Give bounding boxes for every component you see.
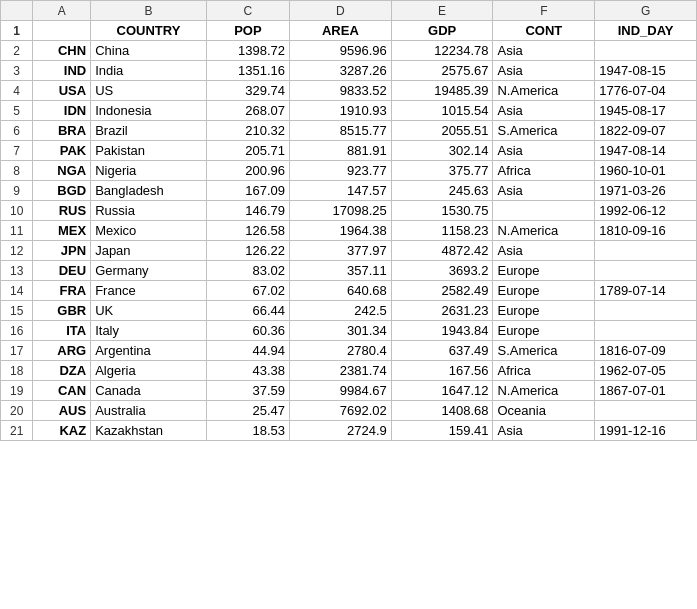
header-col-d: AREA	[290, 21, 392, 41]
cell-cont: Africa	[493, 361, 595, 381]
cell-area: 2724.9	[290, 421, 392, 441]
col-letter-b: B	[91, 1, 207, 21]
cell-cont	[493, 201, 595, 221]
cell-cont: Asia	[493, 41, 595, 61]
cell-indday: 1776-07-04	[595, 81, 697, 101]
table-row: 14FRAFrance67.02640.682582.49Europe1789-…	[1, 281, 697, 301]
corner-cell	[1, 1, 33, 21]
table-row: 13DEUGermany83.02357.113693.2Europe	[1, 261, 697, 281]
cell-indday: 1962-07-05	[595, 361, 697, 381]
cell-country: Kazakhstan	[91, 421, 207, 441]
row-num: 20	[1, 401, 33, 421]
cell-gdp: 375.77	[391, 161, 493, 181]
cell-country: Italy	[91, 321, 207, 341]
cell-gdp: 1943.84	[391, 321, 493, 341]
cell-indday	[595, 301, 697, 321]
cell-cont: S.America	[493, 341, 595, 361]
cell-gdp: 1647.12	[391, 381, 493, 401]
col-letter-e: E	[391, 1, 493, 21]
cell-pop: 44.94	[206, 341, 289, 361]
cell-indday	[595, 401, 697, 421]
cell-code: JPN	[33, 241, 91, 261]
cell-area: 7692.02	[290, 401, 392, 421]
cell-pop: 1351.16	[206, 61, 289, 81]
cell-code: PAK	[33, 141, 91, 161]
cell-cont: Asia	[493, 61, 595, 81]
row-num: 2	[1, 41, 33, 61]
cell-gdp: 2582.49	[391, 281, 493, 301]
row-num: 5	[1, 101, 33, 121]
header-col-a	[33, 21, 91, 41]
cell-country: Germany	[91, 261, 207, 281]
cell-cont: Europe	[493, 321, 595, 341]
cell-area: 301.34	[290, 321, 392, 341]
cell-cont: Asia	[493, 421, 595, 441]
cell-area: 3287.26	[290, 61, 392, 81]
cell-area: 881.91	[290, 141, 392, 161]
cell-gdp: 3693.2	[391, 261, 493, 281]
row-num: 8	[1, 161, 33, 181]
cell-cont: Oceania	[493, 401, 595, 421]
cell-cont: S.America	[493, 121, 595, 141]
row-num: 7	[1, 141, 33, 161]
cell-code: CHN	[33, 41, 91, 61]
cell-country: UK	[91, 301, 207, 321]
row-num-1: 1	[1, 21, 33, 41]
cell-cont: Asia	[493, 241, 595, 261]
cell-code: RUS	[33, 201, 91, 221]
cell-gdp: 2575.67	[391, 61, 493, 81]
cell-code: USA	[33, 81, 91, 101]
cell-code: AUS	[33, 401, 91, 421]
table-row: 3INDIndia1351.163287.262575.67Asia1947-0…	[1, 61, 697, 81]
cell-cont: Asia	[493, 101, 595, 121]
cell-indday: 1960-10-01	[595, 161, 697, 181]
cell-indday: 1810-09-16	[595, 221, 697, 241]
cell-country: India	[91, 61, 207, 81]
cell-pop: 18.53	[206, 421, 289, 441]
cell-pop: 25.47	[206, 401, 289, 421]
cell-gdp: 302.14	[391, 141, 493, 161]
cell-pop: 146.79	[206, 201, 289, 221]
cell-country: China	[91, 41, 207, 61]
cell-indday	[595, 261, 697, 281]
row-num: 21	[1, 421, 33, 441]
cell-gdp: 1408.68	[391, 401, 493, 421]
cell-pop: 126.58	[206, 221, 289, 241]
header-col-g: IND_DAY	[595, 21, 697, 41]
row-num: 16	[1, 321, 33, 341]
row-num: 6	[1, 121, 33, 141]
cell-indday	[595, 241, 697, 261]
table-row: 12JPNJapan126.22377.974872.42Asia	[1, 241, 697, 261]
table-row: 6BRABrazil210.328515.772055.51S.America1…	[1, 121, 697, 141]
cell-code: DEU	[33, 261, 91, 281]
cell-indday	[595, 41, 697, 61]
row-num: 11	[1, 221, 33, 241]
row-num: 13	[1, 261, 33, 281]
cell-code: CAN	[33, 381, 91, 401]
table-row: 18DZAAlgeria43.382381.74167.56Africa1962…	[1, 361, 697, 381]
cell-country: Nigeria	[91, 161, 207, 181]
cell-pop: 83.02	[206, 261, 289, 281]
table-row: 19CANCanada37.599984.671647.12N.America1…	[1, 381, 697, 401]
row-num: 3	[1, 61, 33, 81]
col-letter-d: D	[290, 1, 392, 21]
cell-pop: 200.96	[206, 161, 289, 181]
cell-country: Bangladesh	[91, 181, 207, 201]
cell-cont: Asia	[493, 141, 595, 161]
cell-area: 9596.96	[290, 41, 392, 61]
cell-pop: 167.09	[206, 181, 289, 201]
cell-indday	[595, 321, 697, 341]
cell-pop: 126.22	[206, 241, 289, 261]
cell-code: KAZ	[33, 421, 91, 441]
table-row: 2CHNChina1398.729596.9612234.78Asia	[1, 41, 697, 61]
cell-indday: 1947-08-14	[595, 141, 697, 161]
cell-gdp: 12234.78	[391, 41, 493, 61]
column-headers-row: 1 COUNTRY POP AREA GDP CONT IND_DAY	[1, 21, 697, 41]
cell-cont: Europe	[493, 261, 595, 281]
cell-code: ITA	[33, 321, 91, 341]
cell-indday: 1816-07-09	[595, 341, 697, 361]
cell-area: 923.77	[290, 161, 392, 181]
cell-code: NGA	[33, 161, 91, 181]
row-num: 4	[1, 81, 33, 101]
cell-cont: Europe	[493, 281, 595, 301]
